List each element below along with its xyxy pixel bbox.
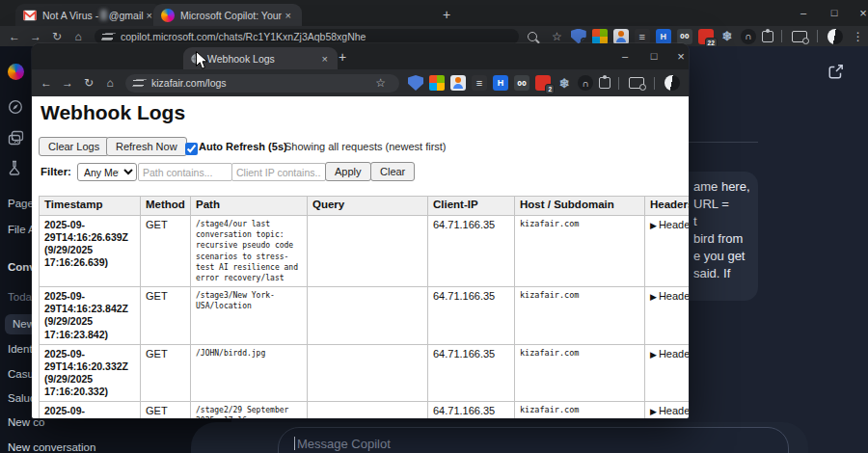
message-placeholder: Message Copilot [297, 437, 391, 451]
headers-toggle[interactable]: ▶Headers [645, 216, 690, 287]
search-lens-icon[interactable] [528, 32, 537, 41]
puzzle-extension-icon[interactable] [762, 31, 773, 42]
query-cell [308, 344, 428, 402]
popup-tab-close-icon[interactable]: × [319, 53, 331, 65]
apply-button[interactable]: Apply [325, 162, 371, 181]
query-cell [308, 402, 428, 418]
column-header: Query [308, 197, 428, 216]
tab-close-icon[interactable]: × [283, 10, 294, 21]
bookmark-star-icon[interactable]: ☆ [552, 30, 562, 43]
home-icon[interactable]: ⌂ [68, 30, 89, 43]
popup-browser-window: Webhook Logs × + – □ × ← → ↻ ⌂ kizafair.… [32, 43, 689, 418]
popup-close-button[interactable]: × [666, 43, 689, 68]
shield-extension-icon[interactable] [408, 75, 423, 91]
puzzle-extension-icon[interactable] [599, 77, 610, 89]
back-icon[interactable]: ← [4, 30, 25, 43]
red-extension-icon[interactable]: 2 [535, 75, 551, 91]
site-settings-icon[interactable] [102, 32, 114, 41]
microsoft-extension-icon[interactable] [429, 75, 445, 91]
query-cell [308, 216, 428, 287]
path-filter-input[interactable] [138, 163, 232, 181]
window-maximize-button[interactable]: □ [820, 0, 849, 25]
method-select[interactable]: Any Method [77, 163, 137, 181]
column-header: Client-IP [428, 197, 515, 216]
forward-icon[interactable]: → [57, 76, 78, 90]
mask-extension-icon[interactable]: ≡ [635, 29, 650, 44]
goggles-extension-icon[interactable]: oo [514, 75, 529, 91]
screen-search-icon[interactable] [629, 77, 644, 89]
column-header: Method [141, 197, 191, 216]
media-pages-icon[interactable] [8, 130, 24, 146]
arc-extension-icon[interactable]: ∩ [741, 29, 756, 44]
microsoft-extension-icon[interactable] [592, 29, 608, 44]
popup-minimize-button[interactable]: – [610, 43, 639, 68]
popup-tab-title: Webhook Logs [207, 53, 275, 65]
sidebar-item[interactable]: Page [8, 198, 34, 209]
forward-icon[interactable]: → [25, 30, 46, 43]
snowflake-extension-icon[interactable]: ❄ [719, 29, 735, 44]
method-cell: GET [141, 216, 191, 287]
log-row: 2025-09-29T14:16:20.332Z (9/29/2025 17:1… [40, 344, 690, 402]
back-icon[interactable]: ← [36, 76, 57, 90]
popup-new-tab-button[interactable]: + [332, 47, 353, 67]
share-icon[interactable] [827, 64, 845, 80]
column-header: Timestamp [40, 197, 141, 216]
webhook-log-table: TimestampMethodPathQueryClient-IPHost / … [39, 196, 689, 418]
status-text: Showing all requests (newest first) [285, 141, 447, 152]
ip-filter-input[interactable] [231, 163, 326, 181]
auto-refresh-label: Auto Refresh (5s) [199, 141, 287, 152]
popup-toolbar: ← → ↻ ⌂ kizafair.com/logs ☆ ≡Hoo2❄∩ ⋮ [32, 69, 689, 96]
bookmark-star-icon[interactable]: ☆ [375, 76, 386, 90]
window-minimize-button[interactable]: – [789, 0, 818, 25]
auto-refresh-checkbox[interactable] [185, 143, 198, 155]
tab-copilot[interactable]: Microsoft Copilot: Your AI comp × [153, 4, 302, 26]
sidebar-item[interactable]: New conversation [8, 441, 95, 453]
timestamp-cell: 2025-09-29T14:16:16.330Z (9/29/2025 17:1… [40, 402, 141, 418]
menu-icon[interactable]: ⋮ [853, 30, 864, 43]
address-bar[interactable]: copilot.microsoft.com/chats/Rc1Y1KxnZj3A… [95, 29, 519, 44]
labs-flask-icon[interactable] [8, 160, 21, 175]
extensions-row: 7≡Hoo22❄∩ [568, 29, 776, 44]
site-settings-icon[interactable] [133, 78, 145, 88]
host-cell: kizafair.com [515, 287, 645, 345]
message-input[interactable]: Message Copilot [278, 427, 789, 453]
h-extension-icon[interactable]: H [656, 29, 671, 44]
filter-label: Filter: [41, 166, 71, 177]
column-header: Host / Subdomain [515, 197, 645, 216]
timestamp-cell: 2025-09-29T14:16:26.639Z (9/29/2025 17:1… [40, 216, 141, 287]
reload-icon[interactable]: ↻ [78, 76, 99, 90]
refresh-now-button[interactable]: Refresh Now [106, 137, 187, 156]
home-icon[interactable]: ⌂ [99, 76, 121, 90]
person-extension-icon[interactable] [450, 75, 466, 91]
sidebar-item[interactable]: Toda [8, 291, 32, 303]
method-cell: GET [141, 402, 191, 418]
clear-logs-button[interactable]: Clear Logs [39, 137, 109, 156]
reload-icon[interactable]: ↻ [46, 30, 68, 43]
tab-gmail[interactable]: Not A Virus - @gmail × [15, 4, 163, 26]
headers-toggle[interactable]: ▶Headers [645, 287, 690, 345]
snowflake-extension-icon[interactable]: ❄ [556, 75, 572, 91]
headers-toggle[interactable]: ▶Headers [645, 402, 690, 418]
discover-compass-icon[interactable] [8, 99, 23, 115]
popup-maximize-button[interactable]: □ [639, 43, 668, 68]
red-extension-icon[interactable]: 22 [698, 29, 714, 44]
screen-search-icon[interactable] [792, 31, 807, 42]
shield-extension-icon[interactable]: 7 [571, 29, 586, 44]
profile-avatar[interactable] [827, 29, 843, 44]
profile-avatar[interactable] [665, 75, 680, 91]
new-tab-button[interactable]: + [436, 5, 457, 24]
h-extension-icon[interactable]: H [493, 75, 508, 91]
headers-toggle[interactable]: ▶Headers [645, 344, 690, 402]
clear-button[interactable]: Clear [370, 162, 415, 181]
mask-extension-icon[interactable]: ≡ [472, 75, 487, 91]
method-cell: GET [141, 344, 191, 402]
copilot-logo[interactable] [8, 64, 24, 80]
goggles-extension-icon[interactable]: oo [677, 29, 692, 44]
sidebar-item[interactable]: Ident [8, 343, 33, 355]
log-row: 2025-09-29T14:16:23.842Z (9/29/2025 17:1… [40, 287, 690, 345]
window-close-button[interactable]: × [849, 0, 868, 25]
popup-address-bar[interactable]: kizafair.com/logs ☆ [125, 74, 399, 93]
arc-extension-icon[interactable]: ∩ [578, 75, 593, 91]
person-extension-icon[interactable] [613, 29, 629, 44]
url-text: copilot.microsoft.com/chats/Rc1Y1KxnZj3A… [121, 31, 366, 42]
